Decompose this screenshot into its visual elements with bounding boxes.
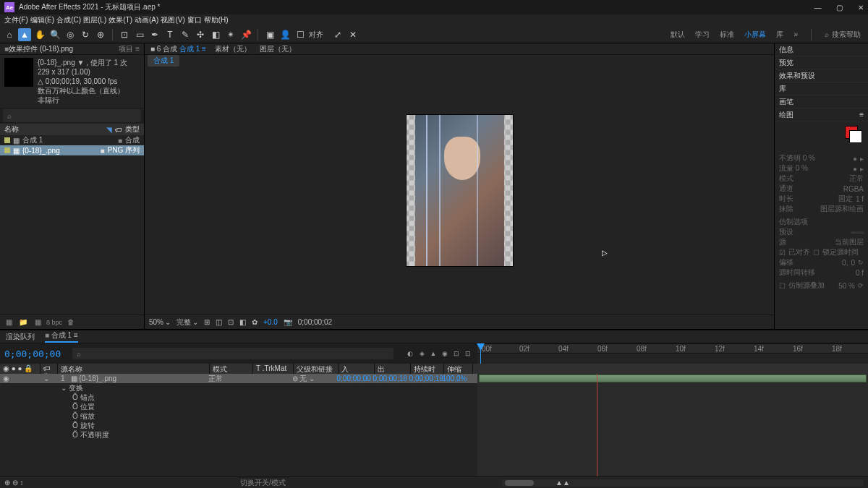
tl-icon-4[interactable]: ◉ [440,348,450,359]
col-mode[interactable]: 模式 [210,364,253,374]
menu-effect[interactable]: 效果(T) [109,15,132,25]
tl-icon-2[interactable]: ◈ [417,348,427,359]
resolution-dropdown[interactable]: 完整 ⌄ [176,317,198,328]
effect-controls-tab[interactable]: ■ 效果控件 (0-18).png 项目 ≡ [0,43,144,55]
mode-value[interactable]: 正常 [849,174,864,184]
tl-icon-1[interactable]: ◐ [405,348,415,359]
layer-bar[interactable] [479,374,867,382]
workspace-small[interactable]: 小屏幕 [744,30,766,40]
project-search[interactable]: ⌕ [3,109,141,122]
layer-in[interactable]: 0;00;00;00 [334,374,370,382]
snapshot-button[interactable]: 📷 [284,318,292,326]
timeline-track-area[interactable] [477,374,868,476]
text-tool[interactable]: T [163,28,176,41]
background-color[interactable] [849,130,862,143]
panel-brush[interactable]: 画笔 [775,95,868,108]
channel-toggle[interactable]: ◧ [239,318,246,326]
toggle-switches[interactable]: 切换开关/模式 [24,478,502,488]
puppet-tool[interactable]: 📌 [239,28,252,41]
layer-dur[interactable]: 0;00;00;19 [407,374,440,382]
panel-library[interactable]: 库 [775,82,868,95]
zoom-dropdown[interactable]: 50% ⌄ [149,318,171,326]
layer-out[interactable]: 0;00;00;18 [370,374,407,382]
col-type[interactable]: 类型 [125,124,140,134]
rect-tool[interactable]: ▭ [133,28,146,41]
align-checkbox[interactable]: 已对齐 [788,247,810,257]
close-button[interactable]: ✕ [858,4,864,12]
timeline-search[interactable]: ⌕ [72,348,393,359]
orbit-tool[interactable]: ◎ [64,28,77,41]
col-name[interactable]: 名称 [4,124,19,134]
timeline-scrollbar[interactable]: ▲▲ [502,479,864,487]
maximize-button[interactable]: ▢ [836,4,843,12]
minimize-button[interactable]: — [814,4,821,12]
tl-icon-6[interactable]: ⊡ [463,348,473,359]
timeline-comp-tab[interactable]: ■ 合成 1 ≡ [45,330,78,343]
erase-value[interactable]: 图层源和绘画 [820,204,864,214]
menu-edit[interactable]: 编辑(E) [30,15,54,25]
folder-button[interactable]: 📁 [17,317,29,328]
composition-viewer[interactable]: ▷ [145,67,774,314]
col-dur[interactable]: 持续时间 [411,364,444,374]
col-out[interactable]: 出 [375,364,411,374]
workspace-more[interactable]: » [793,30,798,38]
workspace-lib[interactable]: 库 [776,30,783,40]
camera-tool[interactable]: ⊕ [94,28,107,41]
search-help[interactable]: ⌕ 搜索帮助 [825,30,861,40]
menu-view[interactable]: 视图(V) [161,15,184,25]
project-tab[interactable]: 项目 ≡ [119,44,140,54]
workspace-standard[interactable]: 标准 [720,30,734,40]
layer-stretch[interactable]: 100.0% [440,374,469,382]
home-button[interactable]: ⌂ [3,28,16,41]
col-source[interactable]: 源名称 [58,364,210,374]
tl-footer-btn1[interactable]: ⊕ ⊖ ↕ [4,479,24,487]
mask-toggle[interactable]: ◫ [216,318,222,326]
panel-paint[interactable]: 绘图≡ [775,108,868,121]
menu-window[interactable]: 窗口 [187,15,202,25]
project-row-comp[interactable]: ▦ 合成 1 ■ 合成 [0,135,144,145]
snap-opt2-icon[interactable]: ✕ [346,28,359,41]
panel-preview[interactable]: 预览 [775,56,868,69]
time-ruler[interactable]: 00f 02f 04f 06f 08f 10f 12f 14f 16f 18f [477,343,868,354]
preview-timecode[interactable]: 0;00;00;02 [298,318,332,326]
comp-tab-active[interactable]: 合成 1 ≡ [179,45,206,53]
pickwhip-icon[interactable]: ⊚ [292,374,298,382]
eraser-tool[interactable]: ◧ [209,28,222,41]
col-stretch[interactable]: 伸缩 [444,364,473,374]
guide-toggle[interactable]: ⊡ [228,318,234,326]
panel-effects[interactable]: 效果和预设 [775,69,868,82]
menu-composition[interactable]: 合成(C) [56,15,81,25]
zoom-tool[interactable]: 🔍 [48,28,61,41]
source-value[interactable]: 当前图层 [835,237,864,247]
render-queue-tab[interactable]: 渲染队列 [6,332,35,342]
grid-toggle[interactable]: ⊞ [204,318,210,326]
user-icon[interactable]: 👤 [278,28,292,41]
clone-tool[interactable]: ✣ [194,28,207,41]
menu-help[interactable]: 帮助(H) [204,15,229,25]
anchor-tool[interactable]: ⊡ [118,28,131,41]
overlay-checkbox[interactable]: 仿制源叠加 [788,281,825,291]
panel-info[interactable]: 信息 [775,43,868,56]
selection-tool[interactable]: ▲ [18,28,31,41]
tl-icon-3[interactable]: ▲ [428,348,438,359]
mode-icon[interactable]: ▣ [263,28,276,41]
rotate-tool[interactable]: ↻ [79,28,92,41]
trash-button[interactable]: 🗑 [65,317,77,328]
duration-value[interactable]: 固定 [838,194,853,204]
snap-checkbox[interactable]: ☐ [294,28,307,41]
project-row-footage[interactable]: ▦ {0-18}_.png ■ PNG 序列 [0,145,144,155]
col-parent[interactable]: 父级和链接 [294,364,339,374]
layer-parent[interactable]: 无 [299,374,307,382]
menu-animation[interactable]: 动画(A) [135,15,158,25]
snap-opt1-icon[interactable]: ⤢ [331,28,344,41]
tl-icon-5[interactable]: ⊡ [451,348,461,359]
footage-tab[interactable]: 素材（无） [215,44,251,54]
layer-tab[interactable]: 图层（无） [260,44,296,54]
comp-button[interactable]: ▦ [32,317,43,328]
menu-layer[interactable]: 图层(L) [83,15,106,25]
channel-value[interactable]: RGBA [843,185,864,193]
roto-tool[interactable]: ✴ [224,28,237,41]
playhead[interactable] [480,343,481,364]
interpret-button[interactable]: ▦ [3,317,14,328]
comp-breadcrumb[interactable]: 合成 1 [148,55,179,67]
